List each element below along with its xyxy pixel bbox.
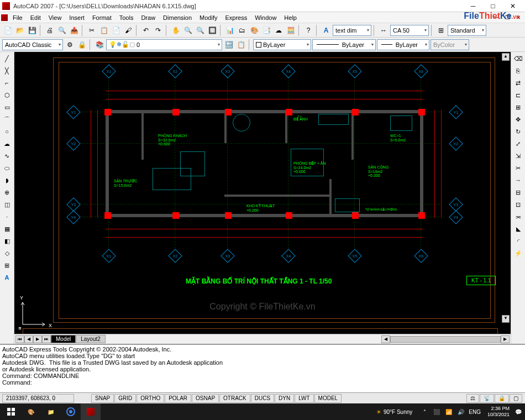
coords-display[interactable]: 2103397, 608623, 0 [2, 394, 74, 403]
menu-express[interactable]: Express [221, 13, 251, 22]
lineweight-dropdown[interactable]: ByLayer [377, 39, 429, 50]
open-icon[interactable]: 📂 [14, 25, 25, 36]
weather-widget[interactable]: ☀90°F Sunny [372, 409, 417, 415]
tablestyle-dropdown[interactable]: Standard [448, 25, 486, 36]
otrack-toggle[interactable]: OTRACK [219, 394, 250, 403]
hscroll-track[interactable] [390, 336, 501, 343]
copy-object-icon[interactable]: ⎘ [513, 65, 524, 76]
designcenter-icon[interactable]: 🗂 [237, 25, 248, 36]
plot-icon[interactable]: 🖨 [44, 25, 55, 36]
break-icon[interactable]: ⊡ [513, 199, 524, 210]
quickcalc-icon[interactable]: 🧮 [285, 25, 296, 36]
lwt-toggle[interactable]: LWT [295, 394, 313, 403]
drawing-canvas[interactable]: X1 X2 X3 X4 X5 X6 X1 X2 X3 X4 X5 X6 Y1 Y… [14, 52, 511, 334]
zoom-window-icon[interactable]: 🔲 [207, 25, 218, 36]
layer-states-icon[interactable]: 📋 [235, 39, 246, 50]
tab-next-icon[interactable]: ▶ [33, 335, 42, 343]
polar-toggle[interactable]: POLAR [165, 394, 191, 403]
stretch-icon[interactable]: ⇲ [513, 150, 524, 161]
pan-icon[interactable]: ✋ [170, 25, 181, 36]
annotation-scale-icon[interactable]: ⚖ [466, 394, 479, 403]
join-icon[interactable]: ⫘ [513, 211, 524, 222]
trim-icon[interactable]: ✂ [513, 162, 524, 174]
chrome-icon[interactable] [61, 403, 81, 420]
layer-previous-icon[interactable]: 🔙 [223, 39, 234, 50]
menu-tools[interactable]: Tools [116, 13, 138, 22]
explorer-icon[interactable]: 📁 [41, 403, 61, 420]
menu-modify[interactable]: Modify [196, 13, 221, 22]
osnap-toggle[interactable]: OSNAP [192, 394, 219, 403]
region-icon[interactable]: ◇ [2, 248, 13, 259]
linetype-dropdown[interactable]: ByLayer [312, 39, 376, 50]
lock-ui-icon[interactable]: 🔒 [495, 394, 509, 403]
sheet-set-icon[interactable]: 📑 [261, 25, 272, 36]
ducs-toggle[interactable]: DUCS [251, 394, 274, 403]
tablestyle-icon[interactable]: ⊞ [435, 25, 447, 36]
command-window[interactable]: AutoCAD Express Tools Copyright © 2002-2… [0, 344, 525, 392]
menu-window[interactable]: Window [251, 13, 280, 22]
menu-help[interactable]: Help [280, 13, 301, 22]
insert-block-icon[interactable]: ⊕ [2, 187, 13, 198]
extend-icon[interactable]: → [513, 175, 524, 186]
dimstyle-icon[interactable]: ↔ [378, 25, 389, 36]
ellipse-arc-icon[interactable]: ◗ [2, 175, 13, 186]
language-indicator[interactable]: ENG [469, 409, 481, 415]
menu-file[interactable]: File [9, 13, 27, 22]
polygon-icon[interactable]: ⬡ [2, 90, 13, 101]
chamfer-icon[interactable]: ◣ [513, 223, 524, 234]
tab-prev-icon[interactable]: ◀ [24, 335, 33, 343]
rotate-icon[interactable]: ↻ [513, 126, 524, 137]
make-block-icon[interactable]: ◫ [2, 199, 13, 210]
toolpalettes-icon[interactable]: 🎨 [249, 25, 260, 36]
mtext-icon[interactable]: A [2, 272, 13, 283]
snap-toggle[interactable]: SNAP [91, 394, 114, 403]
tab-layout2[interactable]: Layout2 [76, 335, 106, 343]
xline-icon[interactable]: ╳ [2, 65, 13, 76]
notifications-icon[interactable]: 💬 [513, 403, 524, 420]
line-icon[interactable]: ╱ [2, 53, 13, 64]
explode-icon[interactable]: ⚡ [513, 248, 524, 259]
color-dropdown[interactable]: ByLayer [253, 39, 311, 50]
publish-icon[interactable]: 📤 [69, 25, 80, 36]
revcloud-icon[interactable]: ☁ [2, 138, 13, 149]
maximize-button[interactable]: □ [483, 1, 503, 12]
copy-icon[interactable]: 📋 [98, 25, 109, 36]
textstyle-icon[interactable]: A [321, 25, 332, 36]
start-button[interactable] [1, 403, 21, 420]
layer-props-icon[interactable]: 📚 [94, 39, 105, 50]
cmd-prompt[interactable]: Command: [2, 379, 523, 386]
break-at-icon[interactable]: ⊟ [513, 187, 524, 198]
match-prop-icon[interactable]: 🖌 [123, 25, 134, 36]
menu-insert[interactable]: Insert [65, 13, 88, 22]
menu-edit[interactable]: Edit [27, 13, 45, 22]
hscroll-left-icon[interactable]: ◀ [381, 335, 390, 343]
menu-dimension[interactable]: Dimension [159, 13, 196, 22]
minimize-button[interactable]: ─ [463, 1, 483, 12]
volume-icon[interactable]: 🔊 [456, 407, 465, 416]
circle-icon[interactable]: ○ [2, 126, 13, 137]
cortana-icon[interactable]: 🎨 [21, 403, 41, 420]
polyline-icon[interactable]: ⌐ [2, 77, 13, 88]
grid-toggle[interactable]: GRID [114, 394, 136, 403]
help-icon[interactable]: ? [303, 25, 314, 36]
menu-draw[interactable]: Draw [137, 13, 159, 22]
markup-icon[interactable]: ☁ [273, 25, 284, 36]
scale-icon[interactable]: ⤢ [513, 138, 524, 149]
array-icon[interactable]: ⊞ [513, 102, 524, 113]
rectangle-icon[interactable]: ▭ [2, 102, 13, 113]
paste-icon[interactable]: 📄 [111, 25, 122, 36]
erase-icon[interactable]: ⌫ [513, 53, 524, 64]
save-icon[interactable]: 💾 [27, 25, 38, 36]
zoom-prev-icon[interactable]: 🔍 [195, 25, 206, 36]
spline-icon[interactable]: ∿ [2, 150, 13, 161]
menu-format[interactable]: Format [88, 13, 116, 22]
drawing-area[interactable]: X1 X2 X3 X4 X5 X6 X1 X2 X3 X4 X5 X6 Y1 Y… [14, 52, 511, 344]
tab-first-icon[interactable]: ⏮ [15, 335, 24, 343]
scroll-down[interactable]: ▼ [502, 315, 510, 323]
workspace-dropdown[interactable]: AutoCAD Classic [2, 39, 63, 50]
dimstyle-dropdown[interactable]: CA 50 [390, 25, 429, 36]
fillet-icon[interactable]: ◜ [513, 235, 524, 246]
plotstyle-dropdown[interactable]: ByColor [431, 39, 469, 50]
menu-view[interactable]: View [45, 13, 66, 22]
mirror-icon[interactable]: ⇄ [513, 77, 524, 88]
